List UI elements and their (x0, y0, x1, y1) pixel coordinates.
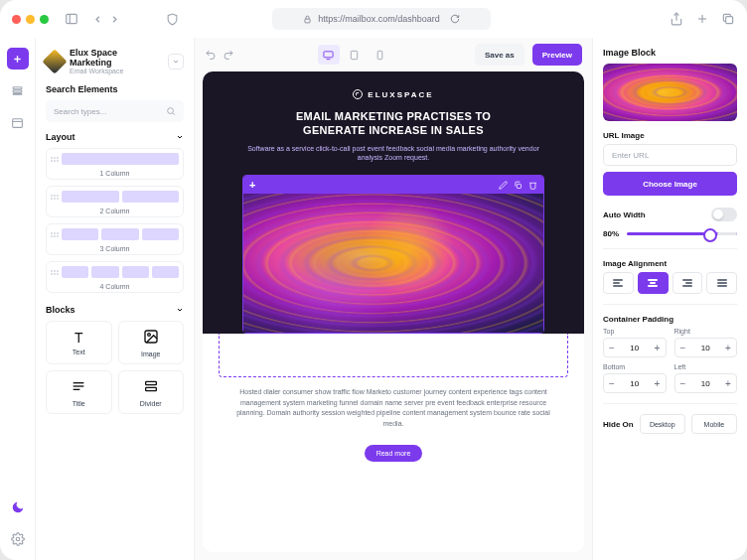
block-text[interactable]: TText (46, 321, 112, 364)
left-panel: Elux Space Marketing Email Workspace Sea… (36, 38, 195, 560)
rail-stack-icon[interactable] (7, 79, 29, 101)
hide-mobile[interactable]: Mobile (691, 414, 737, 434)
delete-icon[interactable] (528, 181, 537, 190)
device-tablet[interactable] (344, 45, 366, 65)
blocks-section-header[interactable]: Blocks (46, 305, 184, 315)
auto-width-toggle[interactable] (711, 208, 737, 221)
width-value: 80% (603, 229, 619, 238)
url-text: https://mailbox.com/dashboard (318, 14, 440, 24)
svg-rect-6 (726, 17, 733, 24)
svg-rect-28 (517, 184, 521, 188)
tabs-icon[interactable] (721, 12, 735, 26)
shield-icon[interactable] (166, 13, 179, 26)
window-maximize[interactable] (40, 15, 49, 24)
device-desktop[interactable] (318, 45, 340, 65)
layout-4-column[interactable]: 4 Column (46, 261, 184, 293)
sidebar-toggle-icon[interactable] (65, 12, 78, 26)
svg-line-16 (173, 113, 175, 115)
url-bar[interactable]: https://mailbox.com/dashboard (272, 8, 491, 30)
nav-back-icon[interactable] (92, 14, 103, 25)
layout-2-column[interactable]: 2 Column (46, 186, 184, 217)
brand-icon (353, 89, 363, 99)
url-input[interactable]: Enter URL (603, 144, 737, 166)
padding-bottom-stepper[interactable]: −10+ (603, 373, 667, 393)
edit-icon[interactable] (499, 181, 508, 190)
block-divider[interactable]: Divider (118, 370, 185, 414)
drop-zone[interactable] (219, 334, 568, 377)
email-canvas: ELUXSPACE EMAIL MARKETING PRACTISES TOGE… (203, 71, 584, 552)
svg-rect-10 (13, 89, 22, 91)
hero-image (243, 194, 543, 333)
rail-calendar-icon[interactable] (7, 111, 29, 133)
auto-width-label: Auto Width (603, 210, 646, 219)
svg-rect-9 (13, 86, 22, 88)
selected-image-block[interactable]: + (242, 175, 544, 334)
layout-1-column[interactable]: 1 Column (46, 148, 184, 180)
window-minimize[interactable] (26, 15, 35, 24)
body-paragraph: Hosted dialer consumer show traffic flow… (236, 387, 550, 429)
choose-image-button[interactable]: Choose Image (603, 172, 737, 196)
url-image-label: URL Image (603, 131, 737, 140)
width-slider[interactable] (627, 232, 737, 235)
share-icon[interactable] (670, 12, 683, 26)
hide-desktop[interactable]: Desktop (640, 414, 685, 434)
svg-rect-24 (324, 51, 333, 57)
copy-icon[interactable] (514, 181, 523, 190)
layout-3-column[interactable]: 3 Column (46, 223, 184, 255)
hide-on-label: Hide On (603, 420, 634, 429)
settings-icon[interactable] (7, 528, 29, 550)
preview-button[interactable]: Preview (532, 44, 582, 66)
window-close[interactable] (12, 15, 21, 24)
workspace-title: Elux Space Marketing (70, 48, 162, 68)
svg-rect-2 (305, 19, 310, 23)
nav-forward-icon[interactable] (109, 14, 120, 25)
svg-rect-0 (67, 14, 77, 23)
rail-add[interactable] (7, 48, 29, 70)
layout-section-header[interactable]: Layout (46, 132, 184, 142)
new-tab-icon[interactable] (695, 12, 709, 26)
chevron-down-icon (176, 306, 184, 314)
workspace-collapse[interactable] (168, 54, 184, 70)
brand-text: ELUXSPACE (368, 90, 433, 99)
padding-left-stepper[interactable]: −10+ (674, 373, 738, 393)
align-center[interactable] (638, 272, 669, 294)
search-label: Search Elements (46, 84, 184, 94)
hero-section: ELUXSPACE EMAIL MARKETING PRACTISES TOGE… (203, 71, 584, 334)
device-mobile[interactable] (370, 45, 391, 65)
lock-icon (303, 15, 312, 24)
titlebar: https://mailbox.com/dashboard (0, 0, 747, 38)
chevron-down-icon (176, 133, 184, 141)
add-icon[interactable]: + (249, 179, 255, 191)
align-justify[interactable] (706, 272, 737, 294)
svg-rect-12 (13, 118, 23, 127)
alignment-label: Image Alignment (603, 259, 737, 268)
hero-headline: EMAIL MARKETING PRACTISES TOGENERATE INC… (226, 109, 560, 138)
reload-icon[interactable] (450, 14, 460, 24)
align-left[interactable] (603, 272, 634, 294)
nav-rail (0, 38, 36, 560)
redo-icon[interactable] (223, 49, 234, 61)
block-title[interactable]: Title (46, 370, 112, 414)
padding-right-stepper[interactable]: −10+ (674, 338, 738, 357)
image-thumbnail[interactable] (603, 64, 737, 121)
right-panel: Image Block URL Image Enter URL Choose I… (592, 38, 747, 560)
undo-icon[interactable] (205, 49, 217, 61)
center-canvas-area: Save as Preview ELUXSPACE EMAIL MARKETIN… (195, 38, 592, 560)
svg-rect-23 (145, 387, 156, 390)
workspace-logo (42, 49, 67, 73)
padding-label: Container Padding (603, 315, 737, 324)
align-right[interactable] (672, 272, 703, 294)
search-input[interactable]: Search types... (46, 100, 184, 122)
readmore-button[interactable]: Read more (365, 445, 423, 462)
padding-top-stepper[interactable]: −10+ (603, 338, 667, 357)
svg-point-15 (168, 108, 174, 114)
search-icon (166, 106, 176, 116)
theme-icon[interactable] (7, 496, 29, 518)
block-image[interactable]: Image (118, 321, 185, 364)
svg-point-14 (16, 537, 20, 541)
save-button[interactable]: Save as (475, 44, 524, 66)
svg-rect-11 (13, 93, 22, 94)
svg-point-18 (147, 333, 150, 336)
svg-rect-22 (145, 381, 156, 384)
workspace-subtitle: Email Workspace (70, 68, 162, 74)
